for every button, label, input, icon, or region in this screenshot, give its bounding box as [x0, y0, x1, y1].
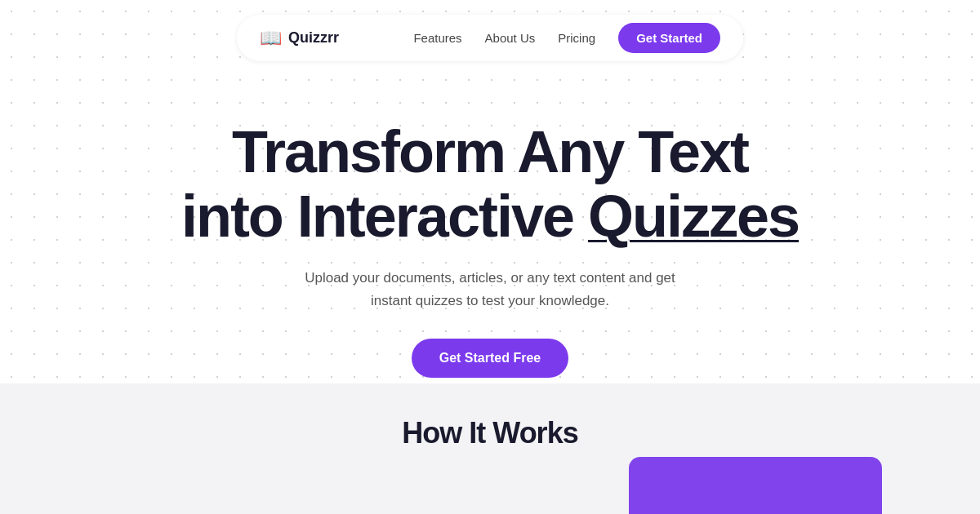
hero-title: Transform Any Text into Interactive Quiz…: [181, 120, 799, 249]
hero-get-started-free-button[interactable]: Get Started Free: [412, 339, 568, 378]
nav-get-started-button[interactable]: Get Started: [618, 23, 720, 53]
logo: 📖 Quizzrr: [260, 28, 339, 49]
nav-features[interactable]: Features: [413, 31, 461, 45]
nav-pricing[interactable]: Pricing: [558, 31, 595, 45]
nav-links: Features About Us Pricing Get Started: [413, 23, 720, 53]
navbar: 📖 Quizzrr Features About Us Pricing Get …: [237, 15, 743, 61]
nav-about-us[interactable]: About Us: [485, 31, 536, 45]
hero-content: Transform Any Text into Interactive Quiz…: [181, 120, 799, 378]
hero-title-line2-prefix: into Interactive: [181, 184, 588, 249]
how-it-works-section: How It Works: [0, 383, 980, 514]
hero-title-line1: Transform Any Text: [232, 119, 748, 184]
logo-icon: 📖: [260, 28, 282, 49]
hero-title-line2-highlight: Quizzes: [588, 184, 799, 249]
card-preview: [629, 457, 882, 514]
hero-subtitle: Upload your documents, articles, or any …: [294, 267, 686, 312]
logo-text: Quizzrr: [288, 29, 339, 47]
how-it-works-title: How It Works: [402, 416, 577, 450]
